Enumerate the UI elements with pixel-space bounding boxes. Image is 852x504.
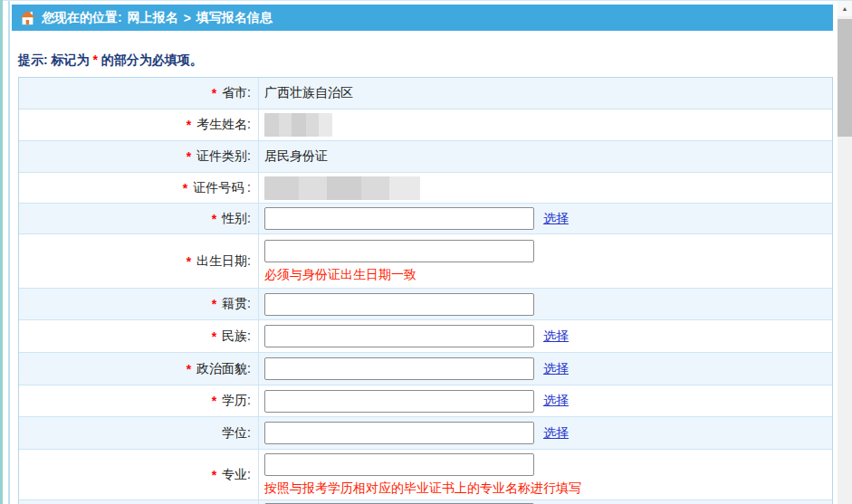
field-input-birth-date[interactable] — [264, 240, 534, 262]
form-row-label-cell: * 民族: — [19, 320, 258, 352]
field-input-degree[interactable] — [264, 422, 534, 444]
field-label: 民族: — [222, 328, 251, 345]
breadcrumb-separator-icon: > — [184, 11, 191, 25]
required-star: * — [183, 181, 187, 195]
field-input-line: 居民身份证 — [264, 148, 832, 165]
field-input-gender[interactable] — [264, 207, 534, 230]
field-input-native-place[interactable] — [264, 293, 534, 316]
form-row-value-cell — [258, 173, 832, 203]
field-input-line — [264, 500, 832, 504]
field-label: 学历: — [222, 393, 251, 409]
field-note: 必须与身份证出生日期一致 — [264, 267, 832, 283]
left-accent-line-blue — [8, 1, 10, 504]
required-star: * — [212, 329, 216, 344]
field-input-line: 选择 — [264, 357, 832, 380]
form-row-major: * 专业: 按照与报考学历相对应的毕业证书上的专业名称进行填写 — [19, 450, 832, 500]
tip-text-after: 的部分为必填项。 — [98, 52, 203, 67]
form-row-value-cell: 广西壮族自治区 — [258, 78, 832, 109]
required-star: * — [187, 118, 191, 132]
field-input-ethnicity[interactable] — [264, 325, 534, 347]
form-row-value-cell: 居民身份证 — [258, 141, 832, 172]
required-star: * — [212, 86, 216, 100]
form-row-label-cell: * 政治面貌: — [19, 353, 258, 385]
field-label: 证件号码 : — [193, 180, 251, 196]
home-icon — [20, 11, 35, 25]
field-label: 证件类别: — [196, 148, 251, 165]
form-row-id-number: * 证件号码 : — [19, 173, 832, 204]
form-row-value-cell — [258, 109, 832, 140]
select-link-education[interactable]: 选择 — [543, 393, 569, 409]
field-input-line — [264, 293, 832, 316]
form-row-label-cell: * 证件号码 : — [19, 173, 258, 203]
tip-text-before: 提示: 标记为 — [18, 52, 92, 67]
form-row-political-status: * 政治面貌: 选择 — [19, 353, 832, 385]
form-row-label-cell: * 籍贯: — [19, 289, 258, 319]
redacted-value-candidate-name — [264, 113, 332, 137]
top-border-line — [0, 0, 852, 1]
breadcrumb-prefix: 您现在的位置: — [42, 10, 122, 26]
field-note: 按照与报考学历相对应的毕业证书上的专业名称进行填写 — [264, 480, 832, 497]
required-star: * — [212, 468, 216, 482]
form-row-label-cell: * 证件类别: — [19, 141, 258, 172]
field-input-line: 广西壮族自治区 — [264, 85, 832, 101]
field-label: 学位: — [222, 425, 251, 442]
scrollbar-thumb[interactable] — [838, 19, 852, 137]
field-input-line — [264, 176, 832, 200]
form-row-label-cell: * 出生日期: — [19, 234, 258, 288]
required-star: * — [187, 254, 191, 269]
field-value: 广西壮族自治区 — [264, 85, 353, 101]
breadcrumb-link-online-registration[interactable]: 网上报名 — [128, 10, 178, 26]
form-row-education: * 学历: 选择 — [19, 385, 832, 417]
field-input-line: 选择 — [264, 207, 832, 230]
field-label: 考生姓名: — [196, 117, 251, 133]
form-row-value-cell — [258, 500, 832, 504]
form-row-label-cell: * 考生姓名: — [19, 109, 258, 140]
form-row-province: * 省市: 广西壮族自治区 — [19, 78, 832, 109]
form-row-label-cell: 学位: — [19, 417, 258, 449]
form-row-value-cell: 必须与身份证出生日期一致 — [258, 234, 832, 288]
form-row-value-cell — [258, 289, 832, 319]
select-link-ethnicity[interactable]: 选择 — [543, 328, 569, 345]
form-row-value-cell: 选择 — [258, 320, 832, 352]
form-row-label-cell: * 学历: — [19, 385, 258, 416]
select-link-gender[interactable]: 选择 — [543, 211, 569, 227]
form-row-value-cell: 选择 — [258, 385, 832, 416]
breadcrumb-bar: 您现在的位置: 网上报名 > 填写报名信息 — [12, 5, 833, 31]
scroll-up-arrow-icon[interactable]: ▲ — [838, 1, 852, 16]
select-link-political-status[interactable]: 选择 — [543, 361, 569, 377]
field-label: 性别: — [222, 211, 251, 227]
form-row-ethnicity: * 民族: 选择 — [19, 320, 832, 353]
form-row-value-cell: 选择 — [258, 353, 832, 385]
field-label: 出生日期: — [196, 253, 251, 270]
field-input-major[interactable] — [264, 453, 534, 476]
redacted-value-id-number — [264, 176, 420, 200]
field-label: 籍贯: — [222, 296, 251, 312]
field-value: 居民身份证 — [264, 148, 328, 165]
field-input-line: 选择 — [264, 422, 832, 444]
form-row-degree: 学位: 选择 — [19, 417, 832, 450]
registration-form-table: * 省市: 广西壮族自治区 * 考生姓名: — [18, 77, 833, 504]
vertical-scrollbar[interactable]: ▲ — [838, 1, 852, 504]
field-label: 省市: — [222, 85, 251, 101]
field-label: 专业: — [222, 467, 251, 483]
form-row-label-cell: * 省市: — [19, 78, 258, 109]
form-row-label-cell: * 专业: — [19, 450, 258, 499]
field-input-line — [264, 453, 832, 476]
select-link-degree[interactable]: 选择 — [543, 425, 569, 442]
required-star: * — [212, 394, 216, 408]
form-row-id-type: * 证件类别: 居民身份证 — [19, 141, 832, 173]
form-row-next-row-clipped — [19, 500, 832, 504]
field-input-line: 选择 — [264, 325, 832, 347]
left-accent-line-teal — [0, 0, 3, 504]
breadcrumb-current-page: 填写报名信息 — [196, 10, 273, 26]
field-input-education[interactable] — [264, 390, 534, 413]
form-row-value-cell: 选择 — [258, 417, 832, 449]
field-label: 政治面貌: — [196, 361, 251, 377]
form-row-value-cell: 按照与报考学历相对应的毕业证书上的专业名称进行填写 — [258, 450, 832, 499]
form-row-value-cell: 选择 — [258, 204, 832, 233]
field-input-line — [264, 113, 832, 137]
required-fields-tip: 提示: 标记为 * 的部分为必填项。 — [18, 52, 203, 69]
required-star: * — [212, 212, 216, 226]
required-star: * — [187, 362, 191, 376]
field-input-political-status[interactable] — [264, 357, 534, 380]
